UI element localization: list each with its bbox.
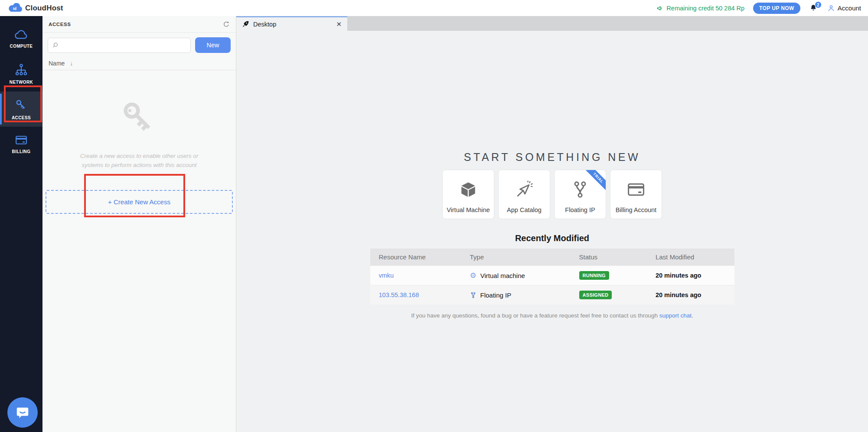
top-bar: Id CloudHost Remaining credit 50 284 Rp … bbox=[0, 0, 868, 16]
table-row-vmku: vmku ⚙ Virtual machine RUNNING 20 minute… bbox=[370, 266, 734, 285]
type-label: Floating IP bbox=[480, 291, 512, 299]
search-input[interactable] bbox=[48, 38, 191, 53]
resource-link[interactable]: vmku bbox=[379, 272, 394, 279]
tab-label: Desktop bbox=[253, 21, 276, 28]
last-modified-value: 20 minutes ago bbox=[647, 266, 734, 285]
access-panel: ACCESS bbox=[42, 16, 236, 432]
cube-icon bbox=[459, 170, 477, 206]
topbar-right: Remaining credit 50 284 Rp TOP UP NOW 2 bbox=[656, 3, 861, 14]
key-icon bbox=[14, 98, 28, 112]
access-panel-header: ACCESS bbox=[42, 16, 236, 33]
column-type: Type bbox=[461, 249, 571, 266]
panel-toolbar: New bbox=[42, 33, 236, 58]
name-column-header[interactable]: Name ↓ bbox=[42, 58, 236, 70]
name-column-label: Name bbox=[49, 60, 65, 67]
sidebar-item-compute[interactable]: COMPUTE bbox=[0, 21, 42, 56]
quick-start-cards: Virtual Machine App Catalog bbox=[370, 170, 734, 219]
recently-modified-table: Resource Name Type Status Last Modified … bbox=[370, 249, 734, 304]
search-box bbox=[48, 38, 191, 53]
rocket-icon bbox=[242, 20, 249, 28]
gear-icon: ⚙ bbox=[470, 272, 476, 279]
cursor-rays-icon bbox=[515, 170, 534, 206]
brand-logo[interactable]: Id CloudHost bbox=[8, 3, 63, 13]
sidebar-label: COMPUTE bbox=[10, 44, 33, 49]
refresh-icon[interactable] bbox=[223, 21, 230, 28]
support-note: If you have any questions, found a bug o… bbox=[370, 312, 734, 319]
credit-label: Remaining credit 50 284 Rp bbox=[666, 5, 744, 12]
sidebar-item-network[interactable]: NETWORK bbox=[0, 56, 42, 92]
cloud-logo-icon: Id bbox=[8, 3, 23, 13]
support-chat-link[interactable]: support chat bbox=[659, 312, 692, 319]
table-header-row: Resource Name Type Status Last Modified bbox=[370, 249, 734, 266]
type-label: Virtual machine bbox=[480, 272, 525, 279]
column-status: Status bbox=[571, 249, 647, 266]
resource-link[interactable]: 103.55.38.168 bbox=[379, 291, 419, 298]
app-screen: Id CloudHost Remaining credit 50 284 Rp … bbox=[0, 0, 868, 432]
sidebar-label: BILLING bbox=[12, 149, 31, 154]
remaining-credit: Remaining credit 50 284 Rp bbox=[656, 5, 744, 12]
search-icon bbox=[52, 42, 59, 50]
sidebar-label: NETWORK bbox=[10, 80, 33, 85]
main-sidebar: COMPUTE NETWORK bbox=[0, 16, 42, 432]
chat-bubble-icon bbox=[15, 405, 30, 420]
person-icon bbox=[827, 4, 835, 12]
card-virtual-machine[interactable]: Virtual Machine bbox=[443, 170, 494, 219]
big-key-icon bbox=[42, 97, 236, 141]
card-label: Floating IP bbox=[565, 206, 595, 213]
tab-close-icon[interactable]: ✕ bbox=[336, 20, 342, 28]
network-icon bbox=[15, 63, 28, 76]
support-chat-button[interactable] bbox=[7, 397, 38, 428]
panel-title: ACCESS bbox=[49, 22, 71, 27]
account-menu[interactable]: Account bbox=[827, 4, 861, 12]
table-row-floating-ip: 103.55.38.168 bbox=[370, 285, 734, 305]
sidebar-item-billing[interactable]: BILLING bbox=[0, 127, 42, 162]
notification-count-badge: 2 bbox=[815, 1, 822, 8]
card-billing-account[interactable]: Billing Account bbox=[610, 170, 662, 219]
card-floating-ip[interactable]: TRIAL Floating IP bbox=[555, 170, 606, 219]
last-modified-value: 20 minutes ago bbox=[647, 285, 734, 305]
status-badge-assigned: ASSIGNED bbox=[579, 291, 612, 299]
status-badge-running: RUNNING bbox=[579, 271, 609, 280]
empty-state: Create a new access to enable other user… bbox=[42, 70, 236, 214]
tab-desktop[interactable]: Desktop ✕ bbox=[236, 16, 347, 31]
main-content: Desktop ✕ START SOMETHING NEW bbox=[236, 16, 868, 432]
sidebar-item-access[interactable]: ACCESS bbox=[0, 92, 42, 127]
card-label: Billing Account bbox=[616, 206, 656, 213]
card-app-catalog[interactable]: App Catalog bbox=[499, 170, 550, 219]
create-new-access-button[interactable]: + Create New Access bbox=[46, 190, 233, 214]
top-up-button[interactable]: TOP UP NOW bbox=[753, 3, 800, 14]
start-something-new-heading: START SOMETHING NEW bbox=[370, 151, 734, 164]
account-label: Account bbox=[838, 4, 861, 12]
card-label: App Catalog bbox=[507, 206, 542, 213]
column-resource-name: Resource Name bbox=[370, 249, 461, 266]
svg-text:Id: Id bbox=[13, 7, 16, 11]
branch-small-icon bbox=[470, 292, 476, 298]
notifications-bell[interactable]: 2 bbox=[809, 3, 819, 13]
tab-strip: Desktop ✕ bbox=[236, 16, 868, 31]
brand-name: CloudHost bbox=[25, 4, 63, 13]
sort-descending-icon[interactable]: ↓ bbox=[70, 60, 73, 67]
megaphone-icon bbox=[656, 5, 663, 12]
new-access-button[interactable]: New bbox=[195, 37, 231, 53]
branch-icon bbox=[571, 170, 589, 206]
desktop-content: START SOMETHING NEW bbox=[236, 31, 868, 432]
recently-modified-title: Recently Modified bbox=[370, 233, 734, 243]
create-new-access-label: + Create New Access bbox=[108, 198, 170, 206]
sidebar-label: ACCESS bbox=[12, 115, 31, 120]
empty-state-text: Create a new access to enable other user… bbox=[42, 152, 236, 170]
credit-card-icon bbox=[627, 170, 646, 206]
billing-card-icon bbox=[15, 134, 28, 146]
column-last-modified: Last Modified bbox=[647, 249, 734, 266]
card-label: Virtual Machine bbox=[447, 206, 490, 213]
cloud-icon bbox=[14, 29, 28, 40]
